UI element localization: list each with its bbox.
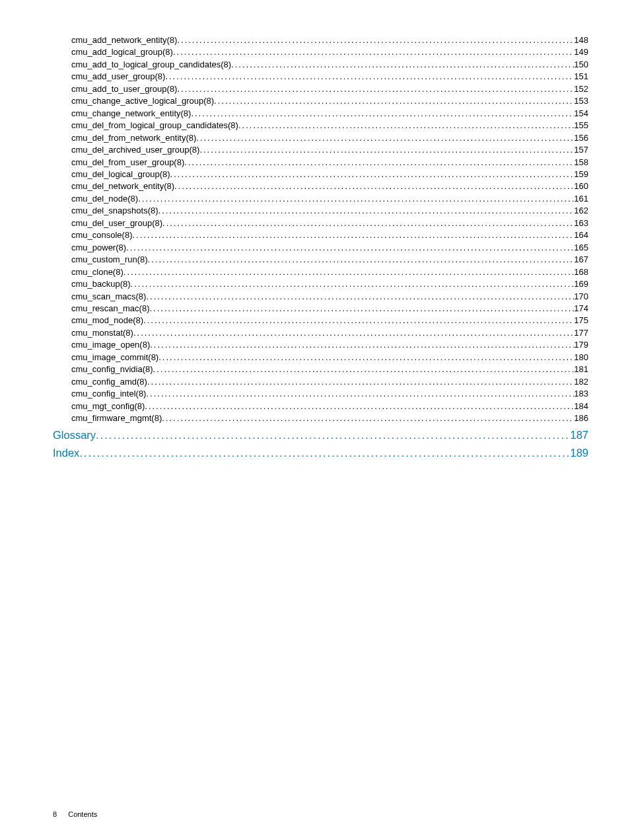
toc-entry[interactable]: cmu_change_network_entity(8)............… (71, 108, 588, 120)
toc-entry[interactable]: cmu_console(8)..........................… (71, 229, 588, 241)
toc-entry-title: cmu_change_active_logical_group(8) (71, 95, 214, 107)
toc-leader-dots: ........................................… (238, 120, 574, 132)
toc-leader-dots: ........................................… (146, 388, 574, 400)
toc-entry-title: cmu_config_intel(8) (71, 388, 146, 400)
toc-entry-page: 183 (574, 388, 588, 400)
toc-entry-title: cmu_del_logical_group(8) (71, 169, 170, 180)
toc-entry-page: 158 (574, 157, 588, 169)
toc-entry-page: 154 (574, 108, 588, 120)
toc-entry-page: 186 (574, 412, 588, 424)
toc-entry-page: 152 (574, 83, 588, 95)
toc-entry[interactable]: cmu_image_commit(8).....................… (71, 352, 588, 363)
toc-entry[interactable]: cmu_mgt_config(8).......................… (71, 401, 588, 412)
toc-entry-title: cmu_firmware_mgmt(8) (71, 412, 162, 424)
toc-entry[interactable]: cmu_del_node(8).........................… (71, 193, 588, 205)
toc-leader-dots: ........................................… (79, 445, 570, 461)
toc-entry-title: cmu_del_snapshots(8) (71, 205, 158, 217)
toc-entry[interactable]: cmu_backup(8)...........................… (71, 278, 588, 290)
toc-entry-page: 161 (574, 193, 588, 205)
toc-entry-title: cmu_power(8) (71, 242, 126, 254)
toc-entry-title: cmu_custom_run(8) (71, 254, 148, 266)
toc-entry-page: 155 (574, 120, 588, 132)
toc-leader-dots: ........................................… (231, 59, 574, 71)
toc-entry[interactable]: cmu_add_user_group(8)...................… (71, 71, 588, 83)
toc-leader-dots: ........................................… (146, 291, 574, 303)
toc-leader-dots: ........................................… (214, 95, 574, 107)
toc-entry-page: 174 (574, 303, 588, 315)
toc-leader-dots: ........................................… (153, 363, 575, 375)
toc-entry-page: 180 (574, 352, 588, 363)
toc-entry[interactable]: cmu_del_logical_group(8)................… (71, 169, 588, 180)
toc-leader-dots: ........................................… (145, 401, 574, 412)
toc-leader-dots: ........................................… (150, 303, 575, 315)
toc-leader-dots: ........................................… (199, 144, 574, 156)
toc-entry[interactable]: cmu_config_intel(8).....................… (71, 388, 588, 400)
toc-entry-page: 160 (574, 180, 588, 192)
toc-entry-title: cmu_add_to_user_group(8) (71, 83, 177, 95)
toc-entry[interactable]: cmu_image_open(8).......................… (71, 339, 588, 351)
toc-leader-dots: ........................................… (131, 278, 575, 290)
toc-entry-title: cmu_del_archived_user_group(8) (71, 144, 199, 156)
toc-leader-dots: ........................................… (126, 242, 574, 254)
toc-entry-title: cmu_config_nvidia(8) (71, 363, 153, 375)
toc-entry-title: cmu_rescan_mac(8) (71, 303, 150, 315)
toc-leader-dots: ........................................… (165, 71, 574, 83)
toc-entry[interactable]: cmu_add_to_user_group(8)................… (71, 83, 588, 95)
toc-entry-page: 159 (574, 169, 588, 180)
toc-entry-page: 162 (574, 205, 588, 217)
toc-leader-dots: ........................................… (184, 157, 574, 169)
toc-entry[interactable]: cmu_del_from_logical_group_candidates(8)… (71, 120, 588, 132)
toc-entry-title: cmu_console(8) (71, 229, 133, 241)
toc-entry[interactable]: cmu_rescan_mac(8).......................… (71, 303, 588, 315)
toc-entry[interactable]: cmu_del_snapshots(8)....................… (71, 205, 588, 217)
toc-entry-page: 187 (570, 428, 588, 443)
toc-entry-page: 163 (574, 217, 588, 229)
toc-entry[interactable]: cmu_scan_macs(8)........................… (71, 291, 588, 303)
toc-entry[interactable]: cmu_firmware_mgmt(8)....................… (71, 412, 588, 424)
toc-leader-dots: ........................................… (162, 412, 574, 424)
toc-leader-dots: ........................................… (174, 180, 574, 192)
toc-entry[interactable]: cmu_del_user_group(8)...................… (71, 217, 588, 229)
toc-entry-page: 182 (574, 376, 588, 388)
toc-entry-title: cmu_del_user_group(8) (71, 217, 162, 229)
toc-entry[interactable]: cmu_custom_run(8).......................… (71, 254, 588, 266)
toc-leader-dots: ........................................… (170, 169, 575, 180)
toc-entry[interactable]: cmu_add_network_entity(8)...............… (71, 34, 588, 46)
toc-entry-page: 153 (574, 95, 588, 107)
footer-page-number: 8 (53, 810, 57, 818)
toc-entry-page: 168 (574, 266, 588, 278)
toc-leader-dots: ........................................… (177, 34, 574, 46)
toc-entry-title: cmu_add_to_logical_group_candidates(8) (71, 59, 231, 71)
toc-entry-title: cmu_del_from_logical_group_candidates(8) (71, 120, 238, 132)
toc-entry-title: cmu_monstat(8) (71, 327, 133, 339)
toc-entry[interactable]: cmu_monstat(8)..........................… (71, 327, 588, 339)
toc-entry[interactable]: cmu_add_to_logical_group_candidates(8)..… (71, 59, 588, 71)
toc-entry-page: 170 (574, 291, 588, 303)
toc-entry[interactable]: cmu_config_nvidia(8)....................… (71, 363, 588, 375)
toc-entry[interactable]: Glossary................................… (53, 428, 588, 443)
toc-entry-page: 177 (574, 327, 588, 339)
toc-entry[interactable]: cmu_mod_node(8).........................… (71, 315, 588, 326)
toc-entry[interactable]: Index...................................… (53, 445, 588, 461)
table-of-contents: cmu_add_network_entity(8)...............… (53, 34, 588, 461)
footer-section-label: Contents (68, 810, 97, 818)
toc-entry[interactable]: cmu_del_network_entity(8)...............… (71, 180, 588, 192)
toc-entry[interactable]: cmu_add_logical_group(8)................… (71, 46, 588, 58)
toc-leader-dots: ........................................… (138, 193, 574, 205)
toc-entry[interactable]: cmu_del_from_network_entity(8)..........… (71, 132, 588, 144)
toc-entry-title: cmu_add_user_group(8) (71, 71, 165, 83)
toc-entry[interactable]: cmu_change_active_logical_group(8)......… (71, 95, 588, 107)
toc-entry[interactable]: cmu_del_from_user_group(8)..............… (71, 157, 588, 169)
toc-entry-title: cmu_mod_node(8) (71, 315, 143, 326)
toc-entry-page: 184 (574, 401, 588, 412)
toc-entry[interactable]: cmu_del_archived_user_group(8)..........… (71, 144, 588, 156)
toc-leader-dots: ........................................… (143, 315, 574, 326)
toc-entry[interactable]: cmu_config_amd(8).......................… (71, 376, 588, 388)
page-footer: 8 Contents (53, 810, 97, 818)
toc-entry-title: cmu_del_from_network_entity(8) (71, 132, 196, 144)
toc-entry[interactable]: cmu_clone(8)............................… (71, 266, 588, 278)
toc-entry-page: 156 (574, 132, 588, 144)
toc-entry-page: 169 (574, 278, 588, 290)
toc-entry[interactable]: cmu_power(8)............................… (71, 242, 588, 254)
toc-leader-dots: ........................................… (133, 229, 575, 241)
